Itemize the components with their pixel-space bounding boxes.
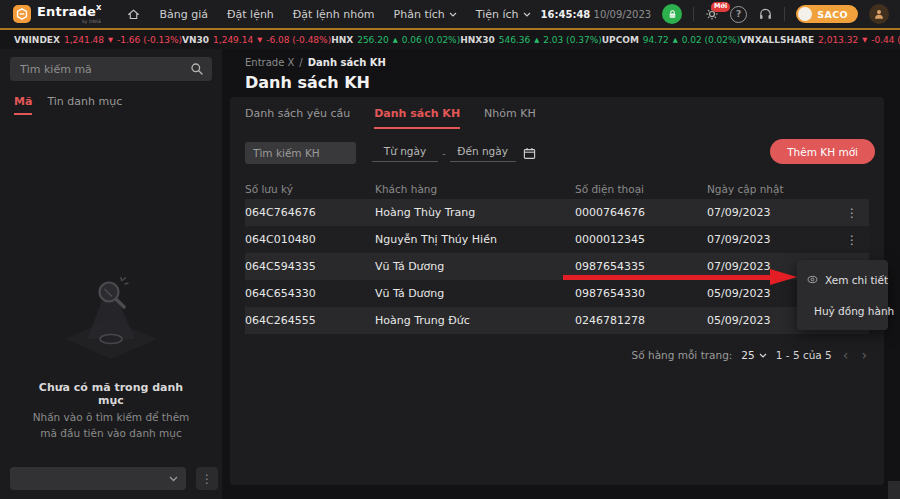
- panel-tabs: Danh sách yêu cầu Danh sách KH Nhóm KH: [245, 97, 869, 129]
- scrollbar-corner: [888, 481, 900, 499]
- index-change: 2.03 (0.37%): [543, 35, 602, 45]
- help-icon[interactable]: ?: [730, 6, 747, 23]
- rows-per-page-value: 25: [741, 349, 754, 361]
- market-index-ticker: VNINDEX 1,241.48 ▼ -1.66 (-0.13%) VN30 1…: [0, 30, 900, 49]
- cell-ngay-cap-nhat: 07/09/2023: [707, 233, 835, 246]
- cell-so-dien-thoai: 0987654335: [575, 260, 707, 273]
- symbol-search-box[interactable]: [10, 57, 212, 81]
- tab-danh-sach-yeu-cau[interactable]: Danh sách yêu cầu: [245, 107, 350, 129]
- top-nav: Bảng giá Đặt lệnh Đặt lệnh nhóm Phân tíc…: [127, 8, 530, 21]
- nav-item-dat-lenh[interactable]: Đặt lệnh: [227, 8, 274, 21]
- cell-khach-hang: Vũ Tá Dương: [375, 260, 575, 273]
- next-page-button[interactable]: ›: [859, 348, 869, 362]
- tab-danh-sach-kh[interactable]: Danh sách KH: [374, 107, 460, 129]
- customer-table: Số lưu ký Khách hàng Số điện thoại Ngày …: [245, 178, 869, 362]
- add-customer-button[interactable]: Thêm KH mới: [770, 139, 875, 164]
- rows-per-page-select[interactable]: 25: [741, 349, 766, 361]
- cell-khach-hang: Vũ Tá Dương: [375, 287, 575, 300]
- menu-item-xem-chi-tiet[interactable]: Xem chi tiết: [797, 264, 888, 295]
- clock-time: 16:45:48: [541, 9, 591, 20]
- row-context-menu: Xem chi tiết Huỷ đồng hành: [797, 260, 888, 330]
- row-actions-button[interactable]: ⋮: [835, 233, 869, 247]
- chevron-down-icon: [449, 12, 457, 17]
- help-label: ?: [736, 9, 741, 19]
- brand-name: Entrade: [37, 4, 96, 19]
- watchlist-select-dropdown[interactable]: [10, 467, 186, 490]
- nav-item-dat-lenh-nhom[interactable]: Đặt lệnh nhóm: [293, 8, 375, 21]
- watchlist-options-button[interactable]: ⋮: [196, 467, 218, 490]
- table-row[interactable]: 064C764676 Hoàng Thùy Trang 0000764676 0…: [245, 199, 869, 226]
- page-title: Danh sách KH: [245, 73, 900, 92]
- home-icon[interactable]: [127, 8, 140, 21]
- ticker-hnx[interactable]: HNX 256.20 ▲ 0.06 (0.02%): [331, 35, 460, 45]
- person-icon: [873, 8, 885, 20]
- prev-page-button[interactable]: ‹: [841, 348, 851, 362]
- cell-so-dien-thoai: 0987654330: [575, 287, 707, 300]
- ticker-hnx30[interactable]: HNX30 546.36 ▲ 2.03 (0.37%): [460, 35, 602, 45]
- index-name: VNXALLSHARE: [740, 35, 814, 45]
- table-row[interactable]: 064C594335 Vũ Tá Dương 0987654335 07/09/…: [245, 253, 869, 280]
- empty-state-description: Nhấn vào ô tìm kiếm để thêm mã đầu tiên …: [26, 410, 196, 442]
- account-toggle[interactable]: SACO: [796, 5, 858, 23]
- watchlist-sidebar: Mã Tin danh mục Chưa có mã trong danh mụ…: [0, 49, 222, 499]
- empty-state-title: Chưa có mã trong danh mục: [26, 381, 196, 407]
- headset-support-icon[interactable]: [758, 7, 773, 22]
- customer-search-input[interactable]: [245, 142, 356, 164]
- from-date-field[interactable]: Từ ngày: [372, 145, 438, 162]
- page-range: 1 - 5 của 5: [776, 349, 832, 361]
- breadcrumb: Entrade X / Danh sách KH: [245, 57, 900, 68]
- index-value: 1,241.48: [64, 35, 104, 45]
- index-value: 94.72: [643, 35, 669, 45]
- pagination: Số hàng mỗi trang: 25 1 - 5 của 5 ‹ ›: [245, 348, 869, 362]
- to-date-field[interactable]: Đến ngày: [450, 145, 516, 162]
- trend-arrow-icon: ▲: [393, 36, 398, 44]
- ticker-vnxallshare[interactable]: VNXALLSHARE 2,013.32 ▼ -0.44 (-0.02%): [740, 35, 900, 45]
- watchlist-empty-state: Chưa có mã trong danh mục Nhấn vào ô tìm…: [0, 277, 222, 442]
- trend-arrow-icon: ▼: [108, 36, 113, 44]
- index-name: HNX: [331, 35, 353, 45]
- col-header-so-dien-thoai: Số điện thoại: [575, 183, 707, 195]
- symbol-search-input[interactable]: [18, 62, 190, 77]
- calendar-icon[interactable]: [523, 147, 536, 160]
- index-change: -6.08 (-0.48%): [266, 35, 331, 45]
- cell-so-luu-ky: 064C010480: [245, 233, 375, 246]
- ticker-vnindex[interactable]: VNINDEX 1,241.48 ▼ -1.66 (-0.13%): [14, 35, 182, 45]
- cell-khach-hang: Hoàng Trung Đức: [375, 314, 575, 327]
- sidebar-tab-ma[interactable]: Mã: [14, 95, 32, 115]
- table-row[interactable]: 064C264555 Hoàng Trung Đức 0246781278 05…: [245, 307, 869, 334]
- user-avatar[interactable]: [869, 4, 889, 24]
- index-value: 546.36: [499, 35, 531, 45]
- nav-item-phan-tich[interactable]: Phân tích: [394, 8, 457, 21]
- nav-label: Bảng giá: [159, 8, 208, 21]
- nav-item-bang-gia[interactable]: Bảng giá: [159, 8, 208, 21]
- brand-logo-icon: [13, 5, 31, 23]
- brand-logo[interactable]: EntradeX by DNSE: [13, 3, 101, 25]
- row-actions-button[interactable]: ⋮: [835, 206, 869, 220]
- otp-lock-icon[interactable]: OTP: [662, 4, 682, 24]
- chevron-down-icon: [169, 476, 178, 482]
- index-value: 1,249.14: [213, 35, 253, 45]
- cell-so-dien-thoai: 0000764676: [575, 206, 707, 219]
- ticker-vn30[interactable]: VN30 1,249.14 ▼ -6.08 (-0.48%): [182, 35, 331, 45]
- trend-arrow-icon: ▲: [673, 36, 678, 44]
- cell-so-luu-ky: 064C654330: [245, 287, 375, 300]
- customer-list-panel: Danh sách yêu cầu Danh sách KH Nhóm KH T…: [230, 97, 884, 485]
- brand-byline: by DNSE: [37, 20, 101, 25]
- index-name: UPCOM: [602, 35, 639, 45]
- nav-item-tien-ich[interactable]: Tiện ích: [476, 8, 531, 21]
- table-row[interactable]: 064C654330 Vũ Tá Dương 0987654330 05/09/…: [245, 280, 869, 307]
- search-icon: [190, 62, 204, 76]
- breadcrumb-root[interactable]: Entrade X: [245, 57, 294, 68]
- tab-nhom-kh[interactable]: Nhóm KH: [484, 107, 536, 129]
- cell-khach-hang: Hoàng Thùy Trang: [375, 206, 575, 219]
- nav-label: Đặt lệnh: [227, 8, 274, 21]
- menu-item-huy-dong-hanh[interactable]: Huỷ đồng hành: [797, 295, 888, 326]
- breadcrumb-separator: /: [299, 57, 302, 68]
- eye-icon: [807, 275, 818, 284]
- sidebar-tabs: Mã Tin danh mục: [14, 95, 122, 115]
- empty-desc-line2: mã đầu tiên vào danh mục: [40, 427, 181, 439]
- table-row[interactable]: 064C010480 Nguyễn Thị Thúy Hiền 00000123…: [245, 226, 869, 253]
- settings-gear-icon[interactable]: Mới: [705, 7, 719, 21]
- ticker-upcom[interactable]: UPCOM 94.72 ▲ 0.02 (0.02%): [602, 35, 740, 45]
- sidebar-tab-tin-danh-muc[interactable]: Tin danh mục: [47, 95, 122, 115]
